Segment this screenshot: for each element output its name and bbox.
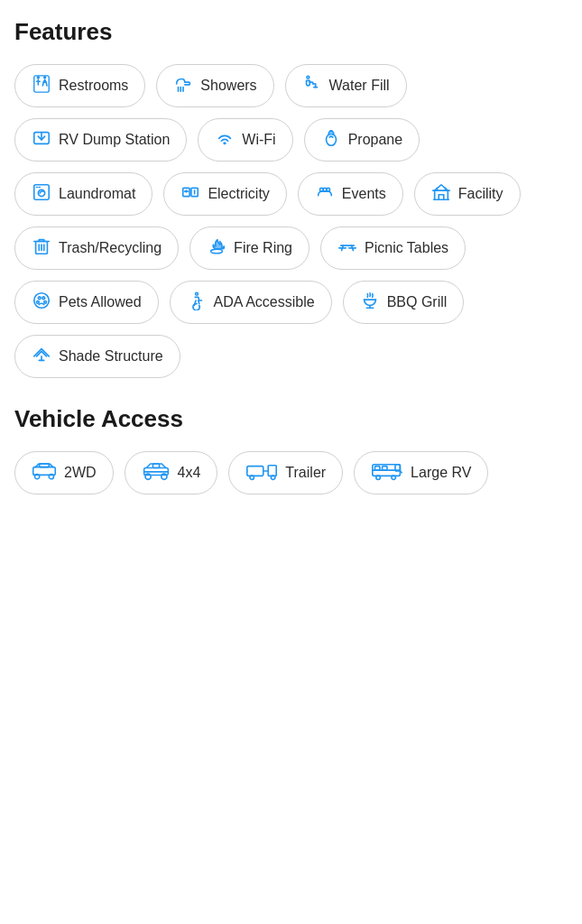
features-grid: Restrooms Showers Water Fill (14, 64, 568, 378)
pets-allowed-icon (32, 291, 51, 314)
tag-trailer[interactable]: Trailer (228, 451, 343, 494)
large-rv-icon (371, 461, 403, 485)
tag-pets-allowed[interactable]: Pets Allowed (14, 281, 159, 324)
vehicle-access-grid: 2WD 4x4 Trailer (14, 451, 568, 494)
fire-ring-icon (207, 236, 226, 260)
tag-picnic-tables[interactable]: Picnic Tables (320, 226, 466, 270)
svg-rect-51 (247, 467, 263, 476)
wifi-icon (215, 128, 235, 152)
pets-allowed-label: Pets Allowed (59, 294, 142, 310)
tag-facility[interactable]: Facility (414, 172, 521, 216)
fire-ring-label: Fire Ring (234, 240, 292, 256)
tag-bbq-grill[interactable]: BBQ Grill (343, 281, 465, 324)
svg-point-55 (272, 476, 276, 480)
2wd-label: 2WD (64, 465, 97, 481)
tag-large-rv[interactable]: Large RV (354, 451, 488, 494)
svg-point-44 (49, 475, 53, 479)
trailer-icon (245, 461, 278, 485)
picnic-tables-label: Picnic Tables (365, 240, 448, 256)
svg-rect-45 (40, 464, 50, 467)
wifi-label: Wi-Fi (242, 132, 275, 148)
showers-label: Showers (200, 78, 256, 94)
bbq-grill-label: BBQ Grill (387, 294, 448, 310)
tag-fire-ring[interactable]: Fire Ring (189, 226, 309, 270)
laundromat-icon (32, 182, 51, 206)
tag-rv-dump[interactable]: RV Dump Station (14, 118, 187, 162)
tag-wifi[interactable]: Wi-Fi (198, 118, 292, 162)
tag-electricity[interactable]: Electricity (163, 172, 286, 216)
features-title: Features (14, 18, 568, 46)
water-fill-icon (302, 74, 322, 97)
4x4-icon (142, 461, 171, 485)
tag-laundromat[interactable]: Laundromat (14, 172, 152, 216)
tag-restrooms[interactable]: Restrooms (14, 64, 145, 107)
picnic-tables-icon (337, 236, 357, 260)
facility-icon (431, 182, 451, 206)
trash-label: Trash/Recycling (59, 240, 162, 256)
svg-point-7 (307, 76, 309, 79)
tag-events[interactable]: Events (298, 172, 403, 216)
propane-label: Propane (348, 132, 403, 148)
rv-dump-label: RV Dump Station (59, 132, 170, 148)
svg-point-35 (34, 293, 50, 309)
rv-dump-icon (32, 128, 51, 152)
shade-structure-icon (32, 345, 51, 368)
svg-point-62 (376, 476, 381, 480)
svg-point-10 (224, 143, 226, 145)
tag-showers[interactable]: Showers (156, 64, 273, 107)
showers-icon (173, 74, 193, 97)
trash-icon (32, 236, 51, 260)
tag-4x4[interactable]: 4x4 (125, 451, 218, 494)
propane-icon (321, 128, 341, 152)
electricity-label: Electricity (208, 186, 269, 202)
svg-point-29 (211, 249, 223, 254)
bbq-grill-icon (360, 291, 380, 314)
shade-structure-label: Shade Structure (59, 348, 163, 365)
tag-propane[interactable]: Propane (304, 118, 420, 162)
events-icon (315, 182, 335, 206)
vehicle-access-title: Vehicle Access (14, 405, 568, 433)
tag-water-fill[interactable]: Water Fill (285, 64, 407, 107)
svg-rect-49 (152, 464, 159, 467)
electricity-icon (180, 182, 200, 206)
ada-label: ADA Accessible (214, 294, 315, 310)
ada-icon (187, 291, 207, 314)
trailer-label: Trailer (285, 465, 326, 481)
2wd-icon (32, 461, 57, 485)
tag-trash[interactable]: Trash/Recycling (14, 226, 179, 270)
svg-rect-61 (383, 467, 387, 471)
svg-point-63 (392, 476, 396, 480)
large-rv-label: Large RV (411, 465, 471, 481)
tag-2wd[interactable]: 2WD (14, 451, 114, 494)
events-label: Events (342, 186, 386, 202)
tag-shade-structure[interactable]: Shade Structure (14, 335, 180, 378)
restrooms-icon (32, 74, 51, 97)
water-fill-label: Water Fill (329, 78, 390, 94)
svg-rect-53 (269, 466, 277, 476)
svg-point-36 (195, 292, 198, 295)
laundromat-label: Laundromat (59, 186, 135, 202)
4x4-label: 4x4 (178, 465, 201, 481)
svg-point-54 (250, 476, 254, 480)
svg-point-43 (35, 475, 40, 479)
restrooms-label: Restrooms (59, 78, 128, 94)
tag-ada[interactable]: ADA Accessible (170, 281, 332, 324)
facility-label: Facility (458, 186, 503, 202)
svg-rect-60 (375, 467, 380, 471)
